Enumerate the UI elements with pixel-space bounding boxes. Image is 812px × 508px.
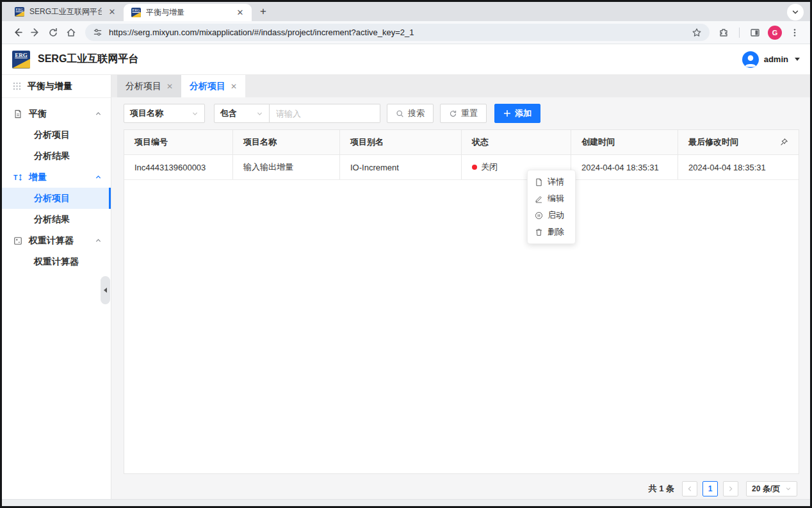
svg-text:T: T — [13, 173, 18, 181]
prev-page-icon[interactable] — [682, 481, 697, 496]
table-row[interactable]: Inc4443139600003 输入输出增量 IO-Increment 关闭 … — [124, 155, 799, 180]
app-header: ERG SERG工业互联网平台 admin — [2, 44, 810, 75]
side-panel-icon[interactable] — [746, 24, 764, 42]
app-favicon: ERG — [131, 8, 141, 17]
forward-icon[interactable] — [26, 24, 44, 42]
browser-tab-1[interactable]: ERG SERG工业互联网平台 ✕ — [7, 2, 124, 21]
add-button[interactable]: 添加 — [494, 104, 540, 123]
chevron-down-icon — [191, 110, 199, 117]
new-tab-icon[interactable]: + — [254, 3, 272, 20]
column-header: 最后修改时间 — [678, 130, 799, 154]
menu-item-start[interactable]: 启动 — [528, 207, 575, 224]
page-title: SERG工业互联网平台 — [38, 53, 138, 66]
table-header-row: 项目编号 项目名称 项目别名 状态 创建时间 最后修改时间 — [124, 130, 799, 155]
sidebar-title: 平衡与增量 — [28, 81, 72, 92]
sidebar-item-increment-projects[interactable]: 分析项目 — [2, 188, 111, 209]
filter-bar: 项目名称 包含 搜索 重置 — [124, 104, 810, 123]
chevron-down-icon[interactable] — [787, 4, 804, 20]
row-action-menu: 详情 编辑 启动 删除 — [527, 170, 576, 244]
browser-toolbar: https://serg.mixyun.com/mixapplication/#… — [2, 21, 810, 44]
app-logo: ERG — [12, 51, 30, 69]
close-icon[interactable]: ✕ — [235, 8, 245, 18]
pagination: 共 1 条 1 20 条/页 — [649, 481, 797, 496]
sidebar-group-increment[interactable]: T 增量 — [2, 167, 111, 188]
collapse-arrow-icon — [104, 288, 107, 293]
column-header: 项目名称 — [233, 130, 340, 154]
delete-icon — [535, 228, 543, 236]
sidebar: 平衡与增量 平衡 分析项目 分析结果 T — [2, 75, 111, 506]
close-icon[interactable]: ✕ — [231, 82, 237, 91]
search-input[interactable] — [270, 104, 380, 123]
home-icon[interactable] — [62, 24, 80, 42]
sidebar-group-weight-calculator[interactable]: 权重计算器 — [2, 230, 111, 251]
status-dot — [472, 165, 477, 170]
menu-item-edit[interactable]: 编辑 — [528, 190, 575, 207]
search-button[interactable]: 搜索 — [387, 104, 434, 123]
cell-project-name: 输入输出增量 — [233, 155, 340, 179]
chevron-up-icon — [95, 110, 102, 117]
username-label: admin — [764, 54, 788, 64]
plus-icon — [503, 110, 511, 117]
main-content: 分析项目 ✕ 分析项目 ✕ 项目名称 包含 — [111, 75, 810, 506]
current-page-button[interactable]: 1 — [702, 481, 718, 496]
site-settings-icon[interactable] — [93, 28, 102, 37]
browser-tab-title: SERG工业互联网平台 — [29, 6, 102, 17]
user-avatar-icon — [742, 51, 759, 68]
document-icon — [13, 110, 22, 119]
browser-tab-title: 平衡与增量 — [146, 7, 230, 18]
column-header: 创建时间 — [571, 130, 678, 154]
start-icon — [535, 211, 543, 220]
bookmark-icon[interactable] — [692, 28, 702, 38]
cell-created-time: 2024-04-04 18:35:31 — [571, 155, 678, 179]
close-icon[interactable]: ✕ — [107, 6, 117, 17]
sidebar-header: 平衡与增量 — [2, 75, 111, 98]
page-tab-2[interactable]: 分析项目 ✕ — [181, 75, 245, 97]
chevron-up-icon — [95, 237, 102, 244]
page-tab-1[interactable]: 分析项目 ✕ — [117, 75, 181, 97]
app-favicon: ERG — [15, 7, 24, 17]
scrollbar-track[interactable] — [2, 499, 810, 506]
dropdown-caret-icon — [795, 58, 800, 61]
reset-icon — [449, 110, 457, 118]
url-bar[interactable]: https://serg.mixyun.com/mixapplication/#… — [85, 24, 710, 41]
field-select[interactable]: 项目名称 — [124, 104, 205, 123]
browser-tab-2[interactable]: ERG 平衡与增量 ✕ — [124, 4, 252, 21]
close-icon[interactable]: ✕ — [166, 82, 173, 91]
page-tabbar: 分析项目 ✕ 分析项目 ✕ — [111, 75, 810, 97]
url-text: https://serg.mixyun.com/mixapplication/#… — [109, 28, 685, 37]
column-header: 项目编号 — [124, 130, 233, 154]
column-header: 状态 — [462, 130, 571, 154]
calculator-icon — [13, 236, 22, 245]
chevron-down-icon — [785, 486, 792, 492]
sidebar-collapse-handle[interactable] — [101, 276, 110, 304]
search-icon — [396, 110, 404, 118]
sidebar-item-balance-results[interactable]: 分析结果 — [2, 145, 111, 167]
sidebar-item-weight-calculator[interactable]: 权重计算器 — [2, 251, 111, 272]
reset-button[interactable]: 重置 — [440, 104, 487, 123]
page-size-select[interactable]: 20 条/页 — [746, 481, 797, 496]
toolbar-actions: G — [715, 24, 804, 42]
back-icon[interactable] — [8, 24, 26, 42]
menu-item-delete[interactable]: 删除 — [528, 224, 575, 240]
next-page-icon[interactable] — [723, 481, 738, 496]
sidebar-item-increment-results[interactable]: 分析结果 — [2, 209, 111, 230]
menu-icon[interactable] — [786, 24, 804, 42]
operator-select[interactable]: 包含 — [214, 104, 270, 123]
column-header: 项目别名 — [340, 130, 462, 154]
user-menu[interactable]: admin — [742, 51, 800, 68]
menu-item-detail[interactable]: 详情 — [528, 174, 575, 190]
cell-project-code: Inc4443139600003 — [124, 155, 233, 179]
reload-icon[interactable] — [44, 24, 62, 42]
sidebar-group-balance[interactable]: 平衡 — [2, 103, 111, 124]
profile-avatar[interactable]: G — [768, 26, 782, 40]
cell-modified-time: 2024-04-04 18:35:31 — [678, 155, 799, 179]
projects-table: 项目编号 项目名称 项目别名 状态 创建时间 最后修改时间 Inc4443139… — [124, 129, 799, 474]
cell-project-alias: IO-Increment — [340, 155, 462, 179]
edit-icon — [535, 195, 543, 203]
apps-grid-icon — [13, 82, 21, 90]
extensions-icon[interactable] — [715, 24, 733, 42]
detail-icon — [535, 178, 543, 186]
pin-icon[interactable] — [779, 138, 788, 147]
sidebar-item-balance-projects[interactable]: 分析项目 — [2, 124, 111, 145]
total-count-label: 共 1 条 — [649, 483, 674, 495]
